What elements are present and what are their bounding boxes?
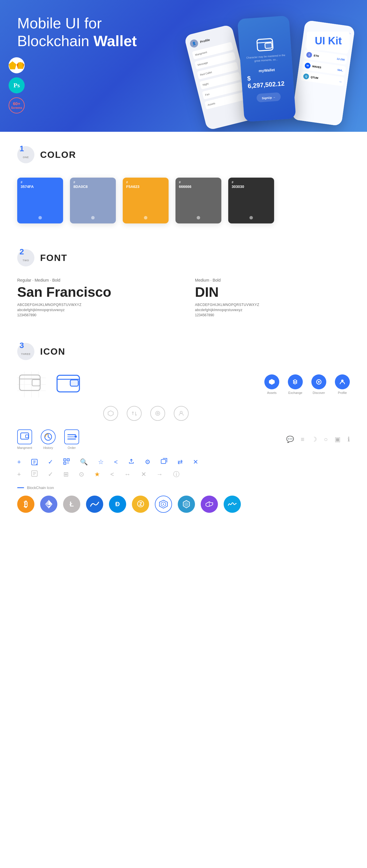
color-section-header: 1 ONE COLOR [17,132,350,172]
wallet-grid-icon-item [17,372,46,397]
message-icon: ▣ [335,436,341,443]
swap-icon: ⇄ [177,458,182,466]
font-title: FONT [40,253,67,263]
svg-rect-41 [68,460,68,460]
hero-section: Mobile UI for Blockchain Wallet UI Kit P… [0,0,367,132]
coin-icons-row: ₿ Ł Ð [17,493,350,519]
color-swatch-steel: # 8DA0C8 [70,178,116,223]
svg-point-58 [163,504,164,505]
icon-row-bottom-nav: Mangment History [17,429,350,450]
discover-icon [311,374,326,389]
list-outline-icon [31,470,37,478]
color-swatch-gray: # 666666 [175,178,221,223]
blockchain-label: BlockChain Icon [27,486,54,490]
profile-outline-icon [174,406,189,421]
search-icon: 🔍 [80,458,88,466]
sketch-badge [9,57,25,73]
phone-mockups: 👤 Profile Mangment Message Red Callet Ni… [189,11,350,126]
font-block-din: Medium · Bold DIN ABCDEFGHIJKLMNOPQRSTUV… [195,278,350,317]
svg-rect-16 [32,379,40,386]
color-swatch-dark: # 303030 [228,178,274,223]
icon-row-wallets: Assets Exchange Discover [17,372,350,397]
coin-ltc: Ł [63,496,80,513]
assets-icon [264,374,279,389]
icon-row-small-filled: + ✓ 🔍 ☆ < ⚙ ⇄ ✕ [17,458,350,466]
check-icon: ✓ [48,458,53,466]
hero-title: Mobile UI for Blockchain Wallet [17,14,161,50]
check-outline-icon: ✓ [48,471,53,478]
hero-badges: Ps 60+ Screens [9,57,25,114]
chevron-left-icon: < [114,458,118,466]
svg-rect-42 [64,463,65,464]
coin-waves2 [224,496,241,513]
coin-zcash: ⓩ [132,496,149,513]
main-content: 1 ONE COLOR # 3574FA # 8DA0C8 # F5A623 #… [0,132,367,530]
close-icon: ✕ [193,458,198,466]
coin-qtum [178,496,195,513]
svg-rect-45 [67,463,68,464]
list-add-icon [31,459,37,465]
exchange-outline-icon [127,406,142,421]
coin-grid [155,496,172,513]
color-swatches: # 3574FA # 8DA0C8 # F5A623 # 666666 # 30… [17,172,350,235]
coin-dash: Ð [109,496,126,513]
font-section-number: 2 TWO [17,249,34,267]
svg-rect-27 [21,433,29,439]
share-icon [128,458,135,466]
svg-rect-47 [161,460,166,464]
order-icon-item: Order [64,429,79,450]
coin-waves [86,496,103,513]
color-section-number: 1 ONE [17,146,34,163]
svg-point-26 [180,411,182,413]
svg-rect-44 [68,462,69,463]
icon-row-nav-outline [17,406,350,421]
blockchain-divider-line [17,487,24,488]
phone-2: Character may be mastered in the great m… [237,16,296,122]
info-outline-icon: ⓘ [173,470,179,479]
discover-icon-item: Discover [311,374,326,395]
qr-icon [63,458,70,466]
assets-outline-icon [103,406,118,421]
discover-outline-icon [150,406,165,421]
icon-row-small-outline: + ✓ ⊞ ⊙ ★ < ↔ ✕ → ⓘ [17,470,350,479]
moon-icon: ☽ [311,436,317,443]
layers-icon: ≡ [301,436,305,443]
profile-icon-item: Profile [335,374,350,395]
font-block-san-francisco: Regular · Medium · Bold San Francisco AB… [17,278,172,317]
coin-eth [40,496,57,513]
arrows-icon: ↔ [124,471,131,478]
icon-section-number: 3 THREE [17,343,34,360]
history-icon [41,429,56,444]
svg-line-31 [48,437,50,438]
profile-icon [335,374,350,389]
gray-utility-icons: 💬 ≡ ☽ ○ ▣ ℹ [286,436,350,443]
forward-icon: → [157,471,163,478]
svg-rect-40 [64,460,65,460]
wallet-grid-icon [17,372,46,397]
grid-outline-icon: ⊞ [63,471,68,478]
star-filled-icon: ★ [94,471,100,478]
blockchain-label-row: BlockChain Icon [17,486,350,490]
external-icon [161,458,167,466]
star-icon: ☆ [98,458,104,466]
svg-rect-19 [70,380,78,386]
info-icon: ℹ [347,436,350,443]
svg-point-22 [318,381,320,383]
svg-rect-46 [68,463,69,464]
x-outline-icon: ✕ [141,471,146,478]
screens-badge: 60+ Screens [9,97,25,114]
ps-badge: Ps [9,78,25,93]
settings-icon: ⚙ [145,458,150,466]
assets-icon-item: Assets [264,374,279,395]
svg-rect-15 [20,375,40,391]
circle-icon: ○ [324,436,328,443]
svg-rect-28 [26,435,28,438]
history-icon-item: History [41,429,56,450]
svg-rect-7 [265,43,272,49]
svg-point-24 [156,411,160,416]
icon-title: ICON [40,346,65,357]
svg-rect-43 [67,462,68,463]
search-outline-icon: ⊙ [79,471,84,478]
chevron-left-outline-icon: < [110,471,114,478]
management-icon-item: Mangment [17,429,32,450]
